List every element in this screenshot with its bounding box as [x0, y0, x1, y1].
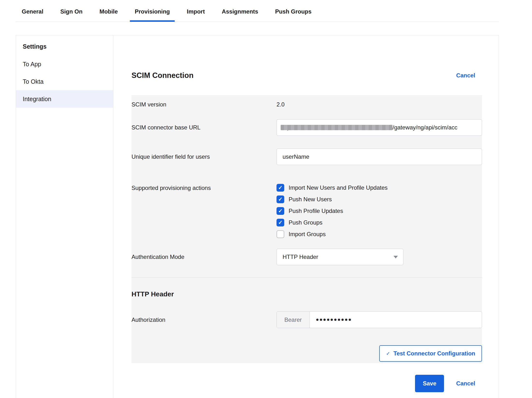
checkbox-checked-icon[interactable]: ✓ [277, 207, 284, 215]
authentication-mode-value: HTTP Header [283, 254, 318, 260]
checkbox-label: Import New Users and Profile Updates [289, 184, 388, 191]
tab-mobile[interactable]: Mobile [99, 8, 118, 22]
row-authorization: Authorization Bearer •••••••••• [131, 311, 482, 328]
scim-version-label: SCIM version [131, 100, 277, 109]
checkbox-row-push-new-users[interactable]: ✓ Push New Users [277, 195, 482, 203]
authentication-mode-select[interactable]: HTTP Header [277, 249, 403, 265]
sidebar-item-integration[interactable]: Integration [16, 90, 113, 108]
base-url-masked-segment: https://b5bd-125-19-67-148 [281, 120, 393, 135]
check-icon: ✓ [278, 197, 283, 202]
cancel-link-top[interactable]: Cancel [456, 72, 475, 79]
app-tab-bar: General Sign On Mobile Provisioning Impo… [16, 0, 499, 22]
chevron-down-icon [394, 256, 398, 258]
form-footer: Save Cancel [131, 375, 482, 392]
test-connector-label: Test Connector Configuration [394, 350, 475, 357]
tab-sign-on[interactable]: Sign On [60, 8, 82, 22]
sidebar-title: Settings [16, 39, 113, 55]
row-unique-identifier: Unique identifier field for users [131, 149, 482, 165]
test-connector-button[interactable]: ✓ Test Connector Configuration [379, 345, 482, 362]
scim-version-value: 2.0 [277, 100, 482, 109]
title-row: SCIM Connection Cancel [131, 71, 482, 80]
check-icon: ✓ [386, 351, 390, 356]
main-content: SCIM Connection Cancel SCIM version 2.0 … [113, 35, 499, 398]
checkbox-checked-icon[interactable]: ✓ [277, 184, 284, 192]
row-scim-version: SCIM version 2.0 [131, 100, 482, 109]
checkbox-checked-icon[interactable]: ✓ [277, 195, 284, 203]
checkbox-row-import-groups[interactable]: Import Groups [277, 230, 482, 238]
base-url-input[interactable]: https://b5bd-125-19-67-148 /gateway/ng/a… [277, 119, 482, 136]
tab-provisioning[interactable]: Provisioning [135, 8, 170, 22]
check-icon: ✓ [278, 208, 283, 214]
redaction-overlay [281, 125, 393, 130]
unique-identifier-input[interactable] [277, 149, 482, 165]
check-icon: ✓ [278, 220, 283, 225]
tab-general[interactable]: General [22, 8, 43, 22]
base-url-visible-text: /gateway/ng/api/scim/acc [393, 124, 457, 131]
authorization-prefix: Bearer [277, 312, 310, 328]
scim-connection-panel: SCIM version 2.0 SCIM connector base URL… [131, 95, 482, 363]
cancel-link-bottom[interactable]: Cancel [456, 380, 475, 387]
section-divider [131, 277, 482, 278]
checkbox-label: Import Groups [289, 231, 326, 238]
checkbox-label: Push Groups [289, 219, 322, 226]
provisioning-page: General Sign On Mobile Provisioning Impo… [0, 0, 532, 398]
tab-push-groups[interactable]: Push Groups [275, 8, 312, 22]
row-authentication-mode: Authentication Mode HTTP Header [131, 249, 482, 265]
provisioning-card: Settings To App To Okta Integration SCIM… [16, 35, 499, 398]
save-button[interactable]: Save [415, 375, 444, 392]
sidebar-item-to-app[interactable]: To App [16, 55, 113, 73]
checkbox-checked-icon[interactable]: ✓ [277, 219, 284, 226]
settings-sidebar: Settings To App To Okta Integration [16, 35, 113, 398]
page-title: SCIM Connection [131, 71, 194, 80]
row-base-url: SCIM connector base URL https://b5bd-125… [131, 119, 482, 136]
provisioning-actions-label: Supported provisioning actions [131, 184, 277, 192]
authorization-label: Authorization [131, 316, 277, 324]
unique-identifier-label: Unique identifier field for users [131, 153, 277, 161]
authorization-field: Bearer •••••••••• [277, 311, 482, 328]
authentication-mode-label: Authentication Mode [131, 253, 277, 261]
provisioning-actions-list: ✓ Import New Users and Profile Updates ✓… [277, 184, 482, 238]
checkbox-label: Push New Users [289, 196, 332, 203]
test-connector-row: ✓ Test Connector Configuration [131, 345, 482, 362]
row-provisioning-actions: Supported provisioning actions ✓ Import … [131, 184, 482, 238]
checkbox-row-push-profile-updates[interactable]: ✓ Push Profile Updates [277, 207, 482, 215]
authorization-secret-input[interactable]: •••••••••• [310, 312, 482, 328]
base-url-label: SCIM connector base URL [131, 123, 277, 132]
checkbox-unchecked-icon[interactable] [277, 230, 284, 238]
http-header-section-title: HTTP Header [131, 290, 482, 298]
checkbox-row-import-users[interactable]: ✓ Import New Users and Profile Updates [277, 184, 482, 192]
checkbox-row-push-groups[interactable]: ✓ Push Groups [277, 219, 482, 226]
tab-import[interactable]: Import [187, 8, 205, 22]
sidebar-item-to-okta[interactable]: To Okta [16, 73, 113, 90]
check-icon: ✓ [278, 185, 283, 190]
tab-assignments[interactable]: Assignments [222, 8, 258, 22]
checkbox-label: Push Profile Updates [289, 208, 343, 214]
